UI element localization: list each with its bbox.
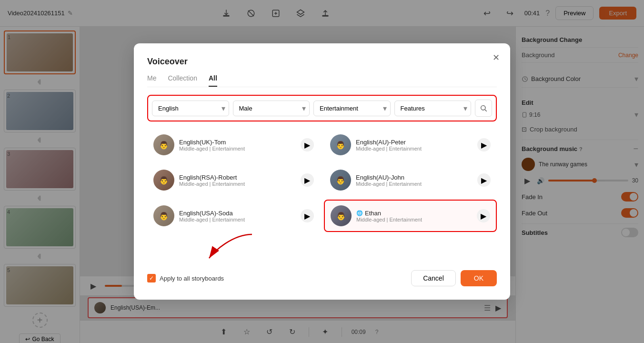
voice-avatar-uk-tom: 👨 xyxy=(153,134,174,155)
voice-avatar-au-peter: 👨 xyxy=(330,134,351,155)
gender-filter[interactable]: Male Female xyxy=(233,101,310,116)
filter-row: English Spanish French ▾ Male Female ▾ E… xyxy=(147,95,497,121)
ok-button[interactable]: OK xyxy=(461,270,497,286)
voice-play-rsa-robert[interactable]: ▶ xyxy=(301,173,314,187)
category-filter-wrapper: Entertainment News Education ▾ xyxy=(313,101,391,116)
modal-close-button[interactable]: ✕ xyxy=(489,51,503,64)
annotation-arrow xyxy=(185,232,281,261)
voice-meta-au-peter: Middle-aged | Entertainment xyxy=(356,146,473,151)
svg-line-19 xyxy=(485,110,487,111)
voice-name-ethan: 🌐 Ethan xyxy=(356,210,472,217)
gender-filter-wrapper: Male Female ▾ xyxy=(233,101,310,116)
apply-all-label: Apply to all storyboards xyxy=(160,275,224,282)
voice-info-au-peter: English(AU)-Peter Middle-aged | Entertai… xyxy=(356,139,473,151)
modal-actions: Cancel OK xyxy=(411,270,497,286)
voice-name-usa-soda: English(USA)-Soda xyxy=(179,210,296,217)
voice-meta-au-john: Middle-aged | Entertainment xyxy=(356,181,473,187)
voice-name-au-john: English(AU)-John xyxy=(356,174,473,181)
voice-play-au-john[interactable]: ▶ xyxy=(477,173,491,187)
voice-info-usa-soda: English(USA)-Soda Middle-aged | Entertai… xyxy=(179,210,296,222)
voiceover-modal: ✕ Voiceover Me Collection All English Sp… xyxy=(134,43,510,300)
language-filter-wrapper: English Spanish French ▾ xyxy=(152,101,229,116)
features-filter-wrapper: Features Popular New ▾ xyxy=(394,101,472,116)
language-filter[interactable]: English Spanish French xyxy=(152,101,229,116)
tab-all[interactable]: All xyxy=(209,74,217,87)
voice-avatar-rsa-robert: 👨 xyxy=(153,170,174,191)
voice-avatar-ethan: 👨 xyxy=(331,205,352,226)
modal-overlay[interactable]: ✕ Voiceover Me Collection All English Sp… xyxy=(0,0,644,343)
svg-point-18 xyxy=(481,106,485,110)
voice-play-uk-tom[interactable]: ▶ xyxy=(301,138,314,151)
voice-info-au-john: English(AU)-John Middle-aged | Entertain… xyxy=(356,174,473,187)
voice-card-au-peter[interactable]: 👨 English(AU)-Peter Middle-aged | Entert… xyxy=(324,129,497,161)
voice-play-ethan[interactable]: ▶ xyxy=(477,209,490,222)
voice-name-au-peter: English(AU)-Peter xyxy=(356,139,473,146)
modal-tabs: Me Collection All xyxy=(147,74,497,87)
voice-play-usa-soda[interactable]: ▶ xyxy=(301,209,314,222)
category-filter[interactable]: Entertainment News Education xyxy=(313,101,391,116)
voice-search-button[interactable] xyxy=(475,100,492,117)
checkbox-indicator: ✓ xyxy=(147,274,156,282)
modal-footer: ✓ Apply to all storyboards Cancel OK xyxy=(147,270,497,286)
checkbox-check-icon: ✓ xyxy=(149,275,154,282)
tab-collection[interactable]: Collection xyxy=(168,74,197,87)
voice-card-usa-soda[interactable]: 👨 English(USA)-Soda Middle-aged | Entert… xyxy=(147,200,320,232)
voice-avatar-usa-soda: 👨 xyxy=(153,205,174,226)
voice-meta-rsa-robert: Middle-aged | Entertainment xyxy=(179,181,296,187)
voice-info-ethan: 🌐 Ethan Middle-aged | Entertainment xyxy=(356,210,472,222)
voice-meta-ethan: Middle-aged | Entertainment xyxy=(356,217,472,222)
voice-name-uk-tom: English(UK)-Tom xyxy=(179,139,296,146)
voice-card-au-john[interactable]: 👨 English(AU)-John Middle-aged | Enterta… xyxy=(324,164,497,196)
arrow-annotation-area xyxy=(147,232,497,261)
ethan-global-icon: 🌐 xyxy=(356,210,363,216)
modal-title: Voiceover xyxy=(147,57,497,67)
cancel-button[interactable]: Cancel xyxy=(411,270,456,286)
voice-info-uk-tom: English(UK)-Tom Middle-aged | Entertainm… xyxy=(179,139,296,151)
apply-all-checkbox[interactable]: ✓ Apply to all storyboards xyxy=(147,274,224,282)
voice-meta-uk-tom: Middle-aged | Entertainment xyxy=(179,146,296,151)
voice-card-ethan[interactable]: 👨 🌐 Ethan Middle-aged | Entertainment ▶ xyxy=(324,200,497,232)
voices-grid: 👨 English(UK)-Tom Middle-aged | Entertai… xyxy=(147,129,497,232)
features-filter[interactable]: Features Popular New xyxy=(394,101,472,116)
voice-meta-usa-soda: Middle-aged | Entertainment xyxy=(179,217,296,222)
voice-play-au-peter[interactable]: ▶ xyxy=(477,138,491,151)
voice-card-uk-tom[interactable]: 👨 English(UK)-Tom Middle-aged | Entertai… xyxy=(147,129,320,161)
voice-info-rsa-robert: English(RSA)-Robert Middle-aged | Entert… xyxy=(179,174,296,187)
voice-avatar-au-john: 👨 xyxy=(330,170,351,191)
tab-me[interactable]: Me xyxy=(147,74,156,87)
voice-card-rsa-robert[interactable]: 👨 English(RSA)-Robert Middle-aged | Ente… xyxy=(147,164,320,196)
voice-name-rsa-robert: English(RSA)-Robert xyxy=(179,174,296,181)
